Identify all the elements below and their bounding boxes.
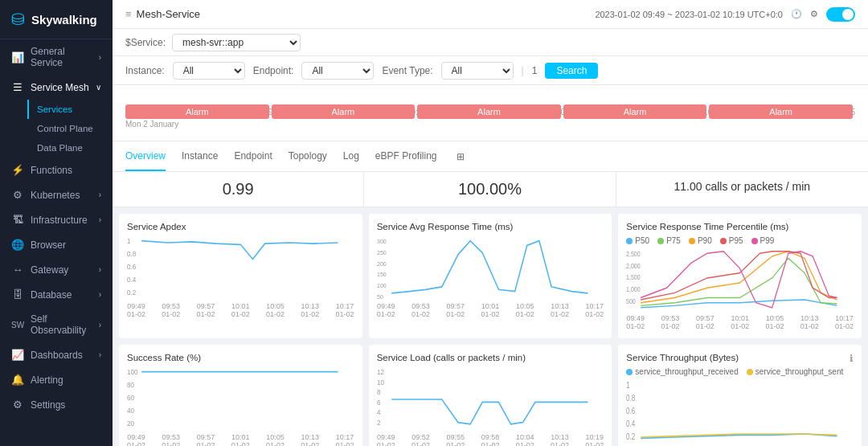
sidebar-item-services[interactable]: Services [27, 100, 113, 119]
chart-throughput-area: 1 0.8 0.6 0.4 0.2 [626, 379, 854, 444]
success-svg: 100 80 60 40 20 [127, 367, 354, 432]
chart-percentile-title: Service Response Time Percentile (ms) [626, 222, 854, 231]
instance-select[interactable]: All [173, 62, 245, 80]
svg-text:500: 500 [626, 297, 636, 305]
alerting-icon: 🔔 [11, 374, 24, 386]
chart-throughput: Service Throughput (Bytes) ℹ service_thr… [618, 345, 862, 446]
sidebar-label-functions: Functions [31, 165, 72, 176]
chevron-down-icon: ∨ [96, 83, 101, 92]
topbar: ≡ Mesh-Service 2023-01-02 09:49 ~ 2023-0… [113, 0, 868, 29]
sidebar-item-kubernetes[interactable]: ⚙ Kubernetes › [0, 182, 113, 207]
alarm-bar-1: Alarm [125, 104, 269, 119]
percentile-svg: 2,500 2,000 1,500 1,000 500 [626, 248, 854, 313]
browser-icon: 🌐 [11, 239, 24, 251]
sidebar-item-data-plane[interactable]: Data Plane [29, 138, 113, 158]
sidebar-item-settings[interactable]: ⚙ Settings [0, 392, 113, 417]
svg-text:200: 200 [377, 260, 387, 268]
tab-topology[interactable]: Topology [289, 142, 327, 171]
svg-text:1,000: 1,000 [626, 285, 641, 293]
chart-response-percentile: Service Response Time Percentile (ms) P5… [618, 214, 862, 338]
load-x-labels: 09:4901-02 09:5201-02 09:5501-02 09:5801… [377, 433, 604, 446]
sidebar-item-browser[interactable]: 🌐 Browser [0, 232, 113, 257]
info-icon[interactable]: ℹ [850, 353, 854, 364]
alarm-bar-5: Alarm [709, 104, 853, 119]
tab-instance[interactable]: Instance [182, 142, 218, 171]
service-mesh-icon: ☰ [11, 81, 24, 93]
svg-text:100: 100 [127, 368, 138, 377]
sidebar-item-dashboards[interactable]: 📈 Dashboards › [0, 342, 113, 367]
chevron-right-icon-k8s: › [99, 190, 101, 199]
sidebar-label-self-obs: Self Observability [31, 313, 92, 336]
svg-text:0.8: 0.8 [127, 250, 136, 259]
main-content: ≡ Mesh-Service 2023-01-02 09:49 ~ 2023-0… [113, 0, 868, 446]
chart-success-rate: Success Rate (%) 100 80 60 40 20 09:4901… [119, 345, 362, 446]
auto-refresh-toggle[interactable] [826, 7, 855, 22]
sidebar-label-general-service: General Service [31, 46, 92, 68]
service-bar: $Service: mesh-svr::app [113, 29, 868, 56]
svg-text:0.2: 0.2 [127, 288, 136, 297]
tabs-bar: Overview Instance Endpoint Topology Log … [113, 141, 868, 172]
sidebar-item-control-plane[interactable]: Control Plane [29, 119, 113, 138]
tab-overview[interactable]: Overview [125, 142, 166, 171]
alarm-bar-4: Alarm [563, 104, 707, 119]
p75-dot [657, 238, 664, 244]
svg-text:2,500: 2,500 [626, 250, 641, 258]
database-icon: 🗄 [11, 288, 24, 301]
topbar-title-area: ≡ Mesh-Service [125, 8, 200, 20]
svg-text:80: 80 [127, 381, 134, 390]
chevron-right-icon-infra: › [99, 215, 101, 224]
self-obs-icon: SW [11, 321, 24, 329]
sidebar-item-self-observability[interactable]: SW Self Observability › [0, 307, 113, 342]
chevron-right-icon-db: › [99, 290, 101, 299]
success-x-labels: 09:4901-02 09:5301-02 09:5701-02 10:0101… [127, 433, 354, 446]
tab-ebpf[interactable]: eBPF Profiling [375, 142, 437, 171]
sidebar-item-infrastructure[interactable]: 🏗 Infrastructure › [0, 207, 113, 232]
sidebar-label-settings: Settings [31, 399, 65, 411]
svg-text:0.4: 0.4 [127, 276, 136, 284]
sidebar-item-database[interactable]: 🗄 Database › [0, 282, 113, 307]
summary-success-rate: 100.00% [364, 172, 616, 207]
topbar-right: 2023-01-02 09:49 ~ 2023-01-02 10:19 UTC+… [595, 7, 855, 22]
svg-text:12: 12 [377, 368, 384, 377]
infrastructure-icon: 🏗 [11, 214, 24, 226]
load-svg: 12 10 8 6 4 2 [377, 367, 604, 432]
tab-endpoint[interactable]: Endpoint [234, 142, 272, 171]
svg-text:40: 40 [127, 407, 134, 415]
svg-text:6: 6 [377, 398, 381, 407]
legend-sent: service_throughput_sent [747, 367, 844, 376]
summary-row: 0.99 100.00% 11.00 calls or packets / mi… [113, 172, 868, 207]
sidebar-label-infrastructure: Infrastructure [31, 215, 88, 226]
charts-grid: Service Apdex 1 0.8 0.6 0.4 0.2 09:4901-… [113, 207, 868, 446]
filter-bar: Instance: All Endpoint: All Event Type: … [113, 56, 868, 85]
tab-settings-icon[interactable]: ⊞ [457, 151, 465, 162]
sidebar-item-gateway[interactable]: ↔ Gateway › [0, 257, 113, 282]
content-area: Overview Instance Endpoint Topology Log … [113, 141, 868, 446]
kubernetes-icon: ⚙ [11, 189, 24, 201]
settings-icon-top[interactable]: ⚙ [810, 9, 818, 19]
p95-dot [720, 238, 727, 244]
sidebar-label-alerting: Alerting [31, 374, 63, 386]
timeline-date: Mon 2 January [125, 118, 855, 130]
sidebar-item-general-service[interactable]: 📊 General Service › [0, 39, 113, 75]
endpoint-select[interactable]: All [301, 62, 374, 80]
calls-value: 11.00 calls or packets / min [616, 180, 868, 193]
functions-icon: ⚡ [11, 164, 24, 176]
svg-text:10: 10 [377, 378, 384, 387]
event-type-select[interactable]: All [441, 62, 514, 80]
tab-log[interactable]: Log [343, 142, 359, 171]
sidebar-item-functions[interactable]: ⚡ Functions [0, 158, 113, 182]
sidebar-item-service-mesh[interactable]: ☰ Service Mesh ∨ [0, 75, 113, 100]
percentile-legend: P50 P75 P90 P95 P99 [626, 236, 854, 245]
service-select[interactable]: mesh-svr::app [172, 34, 301, 51]
svg-text:50: 50 [377, 293, 383, 301]
chart-service-apdex: Service Apdex 1 0.8 0.6 0.4 0.2 09:4901-… [119, 214, 362, 338]
settings-icon: ⚙ [11, 399, 24, 411]
search-button[interactable]: Search [545, 63, 598, 79]
apdex-x-labels: 09:4901-02 09:5301-02 09:5701-02 10:0101… [127, 302, 354, 318]
throughput-legend: service_throughput_received service_thro… [626, 367, 854, 376]
page-title: Mesh-Service [137, 8, 200, 20]
sidebar-item-alerting[interactable]: 🔔 Alerting [0, 367, 113, 392]
p90-dot [689, 238, 695, 244]
service-label: $Service: [125, 37, 166, 48]
legend-p50: P50 [626, 236, 649, 245]
